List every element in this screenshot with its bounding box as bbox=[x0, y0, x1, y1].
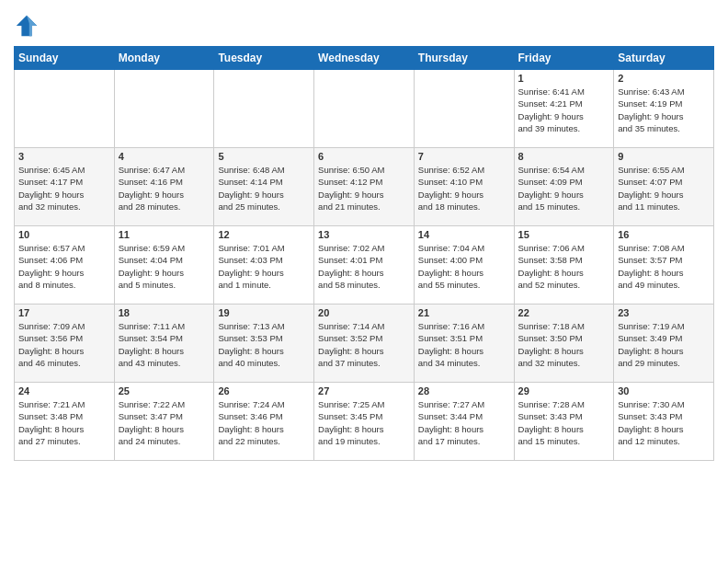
day-cell: 5Sunrise: 6:48 AM Sunset: 4:14 PM Daylig… bbox=[214, 148, 314, 226]
day-number: 11 bbox=[119, 229, 210, 240]
day-info: Sunrise: 6:55 AM Sunset: 4:07 PM Dayligh… bbox=[618, 164, 710, 213]
day-number: 27 bbox=[318, 385, 410, 396]
day-info: Sunrise: 7:28 AM Sunset: 3:43 PM Dayligh… bbox=[518, 398, 610, 447]
day-info: Sunrise: 7:04 AM Sunset: 4:00 PM Dayligh… bbox=[418, 242, 510, 291]
day-info: Sunrise: 7:30 AM Sunset: 3:43 PM Dayligh… bbox=[618, 398, 710, 447]
page: SundayMondayTuesdayWednesdayThursdayFrid… bbox=[0, 0, 728, 563]
day-cell bbox=[114, 70, 214, 148]
header-saturday: Saturday bbox=[614, 47, 714, 70]
header-monday: Monday bbox=[114, 47, 214, 70]
day-cell: 25Sunrise: 7:22 AM Sunset: 3:47 PM Dayli… bbox=[114, 383, 214, 461]
day-cell: 4Sunrise: 6:47 AM Sunset: 4:16 PM Daylig… bbox=[114, 148, 214, 226]
day-number: 21 bbox=[418, 307, 510, 318]
day-info: Sunrise: 7:11 AM Sunset: 3:54 PM Dayligh… bbox=[119, 320, 210, 369]
day-cell: 21Sunrise: 7:16 AM Sunset: 3:51 PM Dayli… bbox=[414, 304, 514, 383]
day-number: 16 bbox=[618, 229, 710, 240]
day-cell: 20Sunrise: 7:14 AM Sunset: 3:52 PM Dayli… bbox=[314, 304, 415, 383]
day-info: Sunrise: 6:48 AM Sunset: 4:14 PM Dayligh… bbox=[218, 164, 310, 213]
day-cell: 13Sunrise: 7:02 AM Sunset: 4:01 PM Dayli… bbox=[314, 226, 415, 304]
day-number: 6 bbox=[318, 151, 410, 162]
day-number: 20 bbox=[318, 307, 410, 318]
day-cell: 8Sunrise: 6:54 AM Sunset: 4:09 PM Daylig… bbox=[514, 148, 614, 226]
day-cell: 3Sunrise: 6:45 AM Sunset: 4:17 PM Daylig… bbox=[15, 148, 115, 226]
day-info: Sunrise: 6:50 AM Sunset: 4:12 PM Dayligh… bbox=[318, 164, 410, 213]
day-cell bbox=[15, 70, 115, 148]
calendar-header-row: SundayMondayTuesdayWednesdayThursdayFrid… bbox=[15, 47, 714, 70]
week-row-4: 24Sunrise: 7:21 AM Sunset: 3:48 PM Dayli… bbox=[15, 383, 714, 461]
day-number: 30 bbox=[618, 385, 710, 396]
day-info: Sunrise: 7:24 AM Sunset: 3:46 PM Dayligh… bbox=[218, 398, 310, 447]
day-info: Sunrise: 6:41 AM Sunset: 4:21 PM Dayligh… bbox=[518, 86, 610, 134]
day-info: Sunrise: 6:43 AM Sunset: 4:19 PM Dayligh… bbox=[618, 86, 710, 134]
day-info: Sunrise: 7:08 AM Sunset: 3:57 PM Dayligh… bbox=[618, 242, 710, 291]
day-info: Sunrise: 6:47 AM Sunset: 4:16 PM Dayligh… bbox=[119, 164, 210, 213]
day-info: Sunrise: 7:18 AM Sunset: 3:50 PM Dayligh… bbox=[518, 320, 610, 369]
day-number: 25 bbox=[119, 385, 210, 396]
day-cell: 1Sunrise: 6:41 AM Sunset: 4:21 PM Daylig… bbox=[514, 70, 614, 148]
day-cell: 15Sunrise: 7:06 AM Sunset: 3:58 PM Dayli… bbox=[514, 226, 614, 304]
day-cell: 11Sunrise: 6:59 AM Sunset: 4:04 PM Dayli… bbox=[114, 226, 214, 304]
day-cell: 27Sunrise: 7:25 AM Sunset: 3:45 PM Dayli… bbox=[314, 383, 415, 461]
day-info: Sunrise: 7:19 AM Sunset: 3:49 PM Dayligh… bbox=[618, 320, 710, 369]
day-cell: 7Sunrise: 6:52 AM Sunset: 4:10 PM Daylig… bbox=[414, 148, 514, 226]
day-number: 28 bbox=[418, 385, 510, 396]
day-info: Sunrise: 7:14 AM Sunset: 3:52 PM Dayligh… bbox=[318, 320, 410, 369]
header-sunday: Sunday bbox=[15, 47, 115, 70]
day-cell: 29Sunrise: 7:28 AM Sunset: 3:43 PM Dayli… bbox=[514, 383, 614, 461]
header bbox=[14, 9, 714, 39]
day-cell: 22Sunrise: 7:18 AM Sunset: 3:50 PM Dayli… bbox=[514, 304, 614, 383]
day-cell: 23Sunrise: 7:19 AM Sunset: 3:49 PM Dayli… bbox=[614, 304, 714, 383]
day-cell: 18Sunrise: 7:11 AM Sunset: 3:54 PM Dayli… bbox=[114, 304, 214, 383]
day-number: 24 bbox=[18, 385, 110, 396]
day-number: 8 bbox=[518, 151, 610, 162]
day-number: 12 bbox=[218, 229, 310, 240]
day-info: Sunrise: 6:57 AM Sunset: 4:06 PM Dayligh… bbox=[18, 242, 110, 291]
day-info: Sunrise: 7:16 AM Sunset: 3:51 PM Dayligh… bbox=[418, 320, 510, 369]
week-row-2: 10Sunrise: 6:57 AM Sunset: 4:06 PM Dayli… bbox=[15, 226, 714, 304]
day-info: Sunrise: 6:54 AM Sunset: 4:09 PM Dayligh… bbox=[518, 164, 610, 213]
day-info: Sunrise: 7:25 AM Sunset: 3:45 PM Dayligh… bbox=[318, 398, 410, 447]
logo-icon bbox=[14, 13, 40, 39]
day-cell: 10Sunrise: 6:57 AM Sunset: 4:06 PM Dayli… bbox=[15, 226, 115, 304]
header-thursday: Thursday bbox=[414, 47, 514, 70]
day-info: Sunrise: 7:22 AM Sunset: 3:47 PM Dayligh… bbox=[119, 398, 210, 447]
day-number: 10 bbox=[18, 229, 110, 240]
day-cell: 12Sunrise: 7:01 AM Sunset: 4:03 PM Dayli… bbox=[214, 226, 314, 304]
day-cell: 28Sunrise: 7:27 AM Sunset: 3:44 PM Dayli… bbox=[414, 383, 514, 461]
day-info: Sunrise: 6:45 AM Sunset: 4:17 PM Dayligh… bbox=[18, 164, 110, 213]
day-number: 17 bbox=[18, 307, 110, 318]
day-cell: 16Sunrise: 7:08 AM Sunset: 3:57 PM Dayli… bbox=[614, 226, 714, 304]
day-cell bbox=[214, 70, 314, 148]
day-number: 2 bbox=[618, 73, 710, 84]
day-cell: 6Sunrise: 6:50 AM Sunset: 4:12 PM Daylig… bbox=[314, 148, 415, 226]
day-number: 9 bbox=[618, 151, 710, 162]
day-number: 29 bbox=[518, 385, 610, 396]
day-number: 14 bbox=[418, 229, 510, 240]
day-cell: 26Sunrise: 7:24 AM Sunset: 3:46 PM Dayli… bbox=[214, 383, 314, 461]
calendar: SundayMondayTuesdayWednesdayThursdayFrid… bbox=[14, 46, 714, 461]
day-number: 19 bbox=[218, 307, 310, 318]
day-number: 15 bbox=[518, 229, 610, 240]
day-info: Sunrise: 7:09 AM Sunset: 3:56 PM Dayligh… bbox=[18, 320, 110, 369]
day-info: Sunrise: 7:06 AM Sunset: 3:58 PM Dayligh… bbox=[518, 242, 610, 291]
day-cell: 19Sunrise: 7:13 AM Sunset: 3:53 PM Dayli… bbox=[214, 304, 314, 383]
day-number: 5 bbox=[218, 151, 310, 162]
day-info: Sunrise: 7:13 AM Sunset: 3:53 PM Dayligh… bbox=[218, 320, 310, 369]
day-cell: 14Sunrise: 7:04 AM Sunset: 4:00 PM Dayli… bbox=[414, 226, 514, 304]
day-number: 18 bbox=[119, 307, 210, 318]
day-number: 1 bbox=[518, 73, 610, 84]
week-row-0: 1Sunrise: 6:41 AM Sunset: 4:21 PM Daylig… bbox=[15, 70, 714, 148]
header-tuesday: Tuesday bbox=[214, 47, 314, 70]
day-info: Sunrise: 6:52 AM Sunset: 4:10 PM Dayligh… bbox=[418, 164, 510, 213]
day-info: Sunrise: 7:01 AM Sunset: 4:03 PM Dayligh… bbox=[218, 242, 310, 291]
day-cell bbox=[314, 70, 415, 148]
week-row-3: 17Sunrise: 7:09 AM Sunset: 3:56 PM Dayli… bbox=[15, 304, 714, 383]
day-cell bbox=[414, 70, 514, 148]
day-info: Sunrise: 7:02 AM Sunset: 4:01 PM Dayligh… bbox=[318, 242, 410, 291]
week-row-1: 3Sunrise: 6:45 AM Sunset: 4:17 PM Daylig… bbox=[15, 148, 714, 226]
day-cell: 9Sunrise: 6:55 AM Sunset: 4:07 PM Daylig… bbox=[614, 148, 714, 226]
day-number: 7 bbox=[418, 151, 510, 162]
day-number: 26 bbox=[218, 385, 310, 396]
day-number: 4 bbox=[119, 151, 210, 162]
day-cell: 24Sunrise: 7:21 AM Sunset: 3:48 PM Dayli… bbox=[15, 383, 115, 461]
